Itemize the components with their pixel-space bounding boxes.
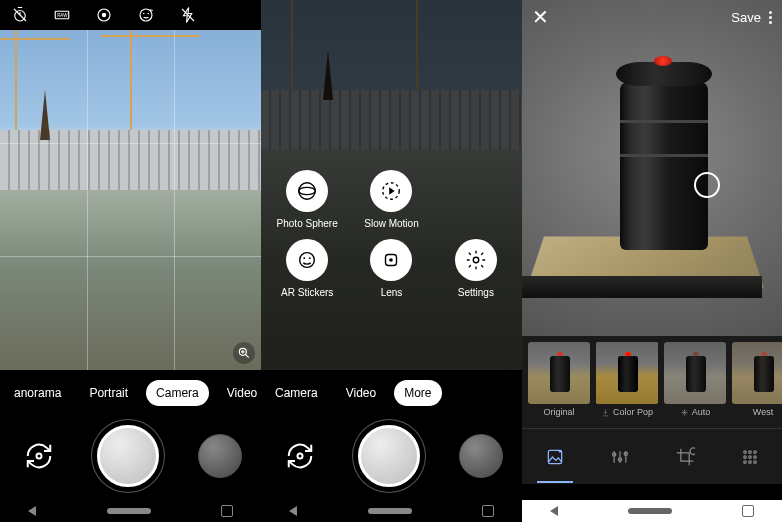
mode-video[interactable]: Video: [217, 380, 267, 406]
svg-point-30: [743, 460, 746, 463]
tab-adjust-icon[interactable]: [608, 445, 632, 469]
camera-viewfinder[interactable]: [0, 30, 261, 370]
more-slow-motion[interactable]: Slow Motion: [349, 170, 433, 229]
motion-icon[interactable]: [94, 5, 114, 25]
more-settings[interactable]: Settings: [434, 239, 518, 298]
svg-point-10: [299, 183, 316, 200]
timer-off-icon[interactable]: [10, 5, 30, 25]
filter-label: Color Pop: [601, 407, 653, 417]
editor-bottom-tabs: [522, 428, 782, 484]
nav-back-icon[interactable]: [550, 506, 558, 516]
filter-strip[interactable]: Original Color Pop Auto West: [522, 336, 782, 428]
grid-line: [87, 30, 88, 370]
tab-crop-icon[interactable]: [673, 445, 697, 469]
face-retouch-icon[interactable]: [136, 5, 156, 25]
nav-recent-icon[interactable]: [742, 505, 754, 517]
grid-line: [174, 30, 175, 370]
svg-point-19: [298, 454, 303, 459]
flip-camera-icon[interactable]: [280, 436, 320, 476]
svg-point-5: [140, 9, 152, 21]
nav-home-pill[interactable]: [107, 508, 151, 514]
svg-point-31: [748, 460, 751, 463]
mode-panorama[interactable]: anorama: [4, 380, 71, 406]
flip-camera-icon[interactable]: [19, 436, 59, 476]
gallery-thumbnail[interactable]: [198, 434, 242, 478]
camera-viewfinder-dimmed: Photo Sphere Slow Motion AR Stickers Len…: [261, 0, 522, 370]
editor-preview[interactable]: ✕ Save: [522, 0, 782, 336]
system-nav-bar: [261, 500, 522, 522]
shutter-bar: [261, 412, 522, 500]
svg-point-6: [143, 13, 145, 15]
filter-label: West: [753, 407, 773, 417]
download-icon: [601, 408, 610, 417]
camera-mode-tabs: Camera Video More: [261, 375, 522, 411]
nav-recent-icon[interactable]: [221, 505, 233, 517]
mode-portrait[interactable]: Portrait: [79, 380, 138, 406]
mode-more[interactable]: More: [394, 380, 441, 406]
camera-viewfinder-screen: RAW anorama Portrait Camera Video More: [0, 0, 261, 522]
svg-point-17: [390, 258, 394, 262]
svg-point-4: [102, 13, 107, 18]
svg-point-13: [300, 253, 315, 268]
zoom-icon[interactable]: [233, 342, 255, 364]
camera-mode-tabs: anorama Portrait Camera Video More: [0, 375, 261, 411]
sparkle-icon: [680, 408, 689, 417]
top-controls-bar: RAW: [0, 0, 261, 30]
nav-back-icon[interactable]: [28, 506, 36, 516]
svg-text:RAW: RAW: [57, 13, 68, 18]
svg-point-27: [743, 455, 746, 458]
close-icon[interactable]: ✕: [532, 5, 549, 29]
system-nav-bar: [0, 500, 261, 522]
nav-home-pill[interactable]: [628, 508, 672, 514]
nav-home-pill[interactable]: [368, 508, 412, 514]
more-options-grid: Photo Sphere Slow Motion AR Stickers Len…: [261, 170, 522, 298]
tab-filters-icon[interactable]: [543, 445, 567, 469]
system-nav-bar: [522, 500, 782, 522]
svg-point-32: [753, 460, 756, 463]
tab-markup-icon[interactable]: [738, 445, 762, 469]
svg-point-29: [753, 455, 756, 458]
more-photo-sphere[interactable]: Photo Sphere: [265, 170, 349, 229]
svg-point-9: [37, 454, 42, 459]
mode-camera[interactable]: Camera: [265, 380, 328, 406]
svg-point-18: [473, 257, 479, 263]
filter-label: Auto: [680, 407, 711, 417]
save-button[interactable]: Save: [731, 10, 761, 25]
editor-top-bar: ✕ Save: [522, 0, 782, 34]
overflow-menu-icon[interactable]: [769, 11, 772, 24]
grid-line: [0, 256, 261, 257]
mode-camera[interactable]: Camera: [146, 380, 209, 406]
flash-off-icon[interactable]: [178, 5, 198, 25]
mode-video[interactable]: Video: [336, 380, 386, 406]
svg-point-24: [743, 450, 746, 453]
more-lens[interactable]: Lens: [349, 239, 433, 298]
filter-west[interactable]: West: [732, 342, 782, 424]
filter-label: Original: [543, 407, 574, 417]
shutter-bar: [0, 412, 261, 500]
gallery-thumbnail[interactable]: [459, 434, 503, 478]
focus-circle-icon[interactable]: [694, 172, 720, 198]
svg-point-11: [299, 187, 316, 194]
filter-original[interactable]: Original: [528, 342, 590, 424]
svg-point-7: [148, 13, 150, 15]
photo-editor-screen: ✕ Save Original Color Pop Auto: [522, 0, 782, 522]
nav-recent-icon[interactable]: [482, 505, 494, 517]
grid-line: [0, 143, 261, 144]
nav-back-icon[interactable]: [289, 506, 297, 516]
more-ar-stickers[interactable]: AR Stickers: [265, 239, 349, 298]
svg-point-26: [753, 450, 756, 453]
svg-point-15: [309, 257, 311, 259]
filter-auto[interactable]: Auto: [664, 342, 726, 424]
filter-color-pop[interactable]: Color Pop: [596, 342, 658, 424]
raw-icon[interactable]: RAW: [52, 5, 72, 25]
svg-point-28: [748, 455, 751, 458]
svg-point-14: [303, 257, 305, 259]
shutter-button[interactable]: [97, 425, 159, 487]
svg-point-25: [748, 450, 751, 453]
camera-more-menu-screen: Photo Sphere Slow Motion AR Stickers Len…: [261, 0, 522, 522]
shutter-button[interactable]: [358, 425, 420, 487]
